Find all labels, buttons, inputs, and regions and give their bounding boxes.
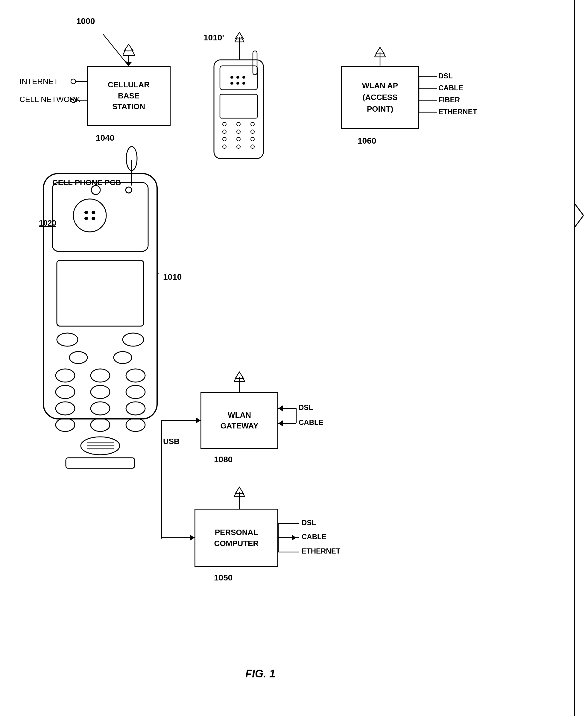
svg-point-39 bbox=[123, 333, 144, 346]
svg-marker-63 bbox=[196, 417, 201, 423]
wlan-gateway-box: WLAN GATEWAY bbox=[201, 392, 278, 449]
svg-line-4 bbox=[123, 49, 126, 55]
label-1000: 1000 bbox=[76, 17, 95, 26]
svg-point-98 bbox=[243, 82, 245, 85]
svg-marker-1 bbox=[125, 61, 132, 66]
label-1010: 1010 bbox=[163, 272, 182, 282]
svg-line-13 bbox=[235, 37, 237, 42]
svg-line-0 bbox=[103, 35, 129, 66]
pc-ethernet-label: ETHERNET bbox=[302, 547, 340, 555]
cell-network-label: CELL NETWORK bbox=[19, 95, 81, 104]
svg-marker-71 bbox=[235, 372, 244, 379]
diagram-container: 1000 CELLULAR BASE STATION 1040 INTERNET… bbox=[0, 0, 588, 716]
wlan-gw-cable-label: CABLE bbox=[299, 418, 323, 427]
svg-rect-91 bbox=[214, 60, 263, 159]
svg-point-53 bbox=[126, 418, 145, 431]
svg-point-104 bbox=[237, 130, 240, 133]
svg-rect-112 bbox=[253, 51, 257, 75]
svg-rect-92 bbox=[220, 66, 257, 90]
svg-line-79 bbox=[234, 492, 236, 497]
svg-point-38 bbox=[57, 333, 78, 346]
wlan-ap-fiber-label: FIBER bbox=[438, 96, 460, 104]
svg-point-33 bbox=[84, 211, 88, 214]
label-1020: 1020 bbox=[39, 218, 56, 228]
svg-point-40 bbox=[69, 352, 87, 363]
wlan-ap-text: WLAN AP (ACCESS POINT) bbox=[362, 80, 398, 115]
wlan-ap-dsl-label: DSL bbox=[438, 72, 453, 80]
svg-point-110 bbox=[237, 145, 240, 148]
personal-computer-text: PERSONAL COMPUTER bbox=[214, 527, 259, 549]
pc-dsl-label: DSL bbox=[302, 519, 316, 527]
svg-point-49 bbox=[91, 402, 110, 415]
svg-point-107 bbox=[237, 137, 240, 141]
svg-point-105 bbox=[251, 130, 254, 133]
svg-point-108 bbox=[251, 137, 254, 141]
svg-point-44 bbox=[126, 369, 145, 382]
svg-line-80 bbox=[243, 492, 245, 497]
svg-point-51 bbox=[56, 418, 75, 431]
personal-computer-box: PERSONAL COMPUTER bbox=[194, 509, 278, 567]
svg-line-5 bbox=[132, 49, 135, 55]
label-1060: 1060 bbox=[358, 136, 376, 146]
svg-line-69 bbox=[234, 377, 236, 381]
label-1080: 1080 bbox=[214, 455, 232, 464]
pc-cable-label: CABLE bbox=[302, 532, 327, 541]
figure-label: FIG. 1 bbox=[245, 668, 275, 680]
svg-point-101 bbox=[237, 122, 240, 126]
svg-marker-75 bbox=[278, 420, 283, 426]
svg-line-14 bbox=[241, 37, 244, 42]
svg-point-96 bbox=[230, 82, 233, 85]
wlan-ap-cable-label: CABLE bbox=[438, 84, 463, 92]
svg-line-19 bbox=[383, 52, 385, 57]
svg-rect-37 bbox=[57, 260, 144, 326]
svg-point-54 bbox=[81, 437, 120, 455]
svg-point-46 bbox=[91, 385, 110, 399]
svg-point-34 bbox=[91, 211, 95, 214]
svg-rect-59 bbox=[66, 458, 135, 468]
svg-point-31 bbox=[126, 187, 132, 193]
svg-point-48 bbox=[56, 402, 75, 415]
svg-point-32 bbox=[73, 199, 106, 232]
svg-point-35 bbox=[84, 217, 88, 220]
svg-marker-73 bbox=[278, 405, 283, 412]
internet-label: INTERNET bbox=[19, 77, 58, 86]
wlan-gateway-text: WLAN GATEWAY bbox=[220, 409, 258, 431]
svg-point-95 bbox=[243, 76, 245, 79]
wlan-ap-ethernet-label: ETHERNET bbox=[438, 108, 477, 116]
svg-marker-20 bbox=[376, 47, 384, 54]
label-1040: 1040 bbox=[96, 133, 114, 143]
svg-marker-15 bbox=[235, 32, 244, 39]
svg-rect-29 bbox=[52, 183, 148, 251]
svg-marker-65 bbox=[190, 535, 194, 541]
svg-marker-81 bbox=[235, 487, 244, 494]
wlan-ap-box: WLAN AP (ACCESS POINT) bbox=[341, 66, 419, 129]
svg-line-90 bbox=[574, 215, 584, 227]
svg-point-109 bbox=[223, 145, 226, 148]
svg-point-36 bbox=[91, 217, 95, 220]
cellular-base-station-box: CELLULAR BASE STATION bbox=[87, 66, 171, 126]
svg-point-47 bbox=[126, 385, 145, 399]
usb-label: USB bbox=[163, 437, 180, 446]
svg-point-97 bbox=[236, 82, 239, 85]
svg-rect-58 bbox=[60, 417, 141, 421]
cell-phone-pcb-label: CELL PHONE PCB bbox=[52, 178, 121, 187]
svg-point-103 bbox=[223, 130, 226, 133]
svg-point-45 bbox=[56, 385, 75, 399]
svg-line-89 bbox=[574, 204, 584, 215]
svg-line-18 bbox=[375, 52, 377, 57]
svg-point-50 bbox=[126, 402, 145, 415]
label-1050: 1050 bbox=[214, 573, 232, 583]
svg-point-42 bbox=[56, 369, 75, 382]
svg-point-52 bbox=[91, 418, 110, 431]
svg-point-41 bbox=[114, 352, 132, 363]
svg-point-93 bbox=[230, 76, 233, 79]
svg-rect-28 bbox=[43, 173, 157, 419]
svg-line-70 bbox=[243, 377, 245, 381]
svg-point-100 bbox=[223, 122, 226, 126]
svg-point-43 bbox=[91, 369, 110, 382]
svg-point-27 bbox=[126, 147, 137, 171]
svg-rect-99 bbox=[220, 94, 257, 118]
svg-point-102 bbox=[251, 122, 254, 126]
svg-point-106 bbox=[223, 137, 226, 141]
label-1010prime: 1010' bbox=[204, 33, 224, 42]
